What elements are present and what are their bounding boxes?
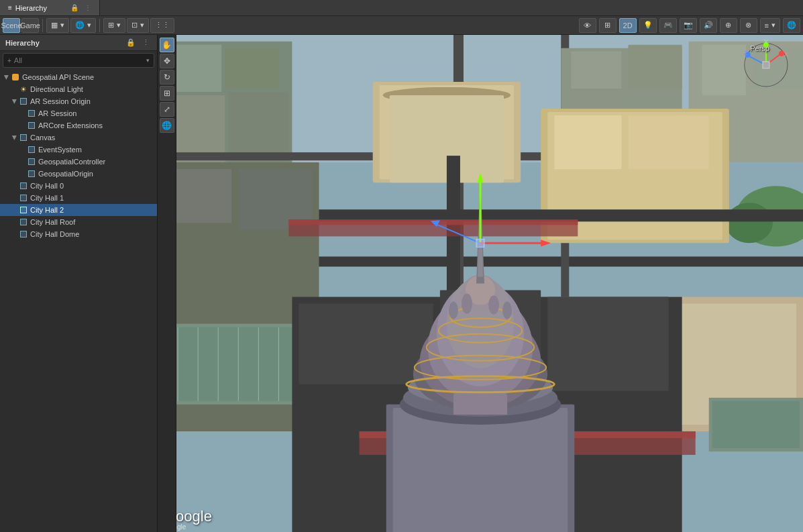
globe-arrow: ▾ [87, 21, 91, 30]
tree-arrow-ar-origin: ▶ [11, 97, 19, 105]
hierarchy-more-btn[interactable]: ⋮ [140, 38, 152, 48]
tree-label-city-hall-roof: City Hall Roof [30, 218, 75, 226]
pivot-arrow: ▾ [140, 21, 144, 30]
svg-rect-95 [763, 62, 769, 68]
draw-mode-dropdown[interactable]: ▦ ▾ [46, 18, 69, 33]
transform-dropdown[interactable]: ⊞ ▾ [103, 18, 125, 33]
tree-label-canvas: Canvas [30, 134, 55, 142]
tree-label-geospatial-origin: GeospatialOrigin [38, 170, 93, 178]
geo-controller-icon [27, 157, 36, 166]
light-btn[interactable]: 💡 [639, 18, 657, 33]
hand-tool-btn[interactable]: ✋ [160, 38, 174, 52]
pivot-icon: ⊡ [131, 21, 138, 30]
resolution-arrow: ▾ [771, 21, 775, 30]
svg-rect-15 [702, 45, 746, 95]
geo-origin-icon [27, 169, 36, 178]
effects-btn[interactable]: 📷 [680, 18, 697, 33]
scene-toolbar: Scene Game ▦ ▾ 🌐 ▾ ⊞ ▾ ⊡ ▾ ⋮⋮ 👁 [0, 16, 803, 35]
grid-btn[interactable]: ⊞ [599, 18, 617, 33]
tree-item-ar-session[interactable]: ▶ AR Session [0, 107, 157, 119]
tree-item-geospatial-controller[interactable]: ▶ GeospatialController [0, 156, 157, 168]
transform-group: ⊞ ▾ ⊡ ▾ ⋮⋮ [103, 18, 174, 33]
hidden-btn[interactable]: 🔊 [700, 18, 717, 33]
svg-rect-48 [712, 401, 800, 448]
tree-arrow-scene: ▶ [3, 73, 11, 81]
search-dropdown-icon: ▾ [146, 57, 150, 64]
move-tool-btn[interactable]: ✥ [160, 54, 174, 68]
hierarchy-lock-icon: 🔒 [70, 4, 78, 11]
scene-background-svg: X Y Z [158, 35, 803, 532]
svg-point-90 [779, 51, 784, 56]
tree-item-city-hall-roof[interactable]: ▶ City Hall Roof [0, 216, 157, 228]
eye-icon-btn[interactable]: 👁 [579, 18, 596, 33]
svg-point-77 [462, 294, 472, 314]
tree-label-ar-session-origin: AR Session Origin [30, 97, 91, 105]
tree-item-ar-session-origin[interactable]: ▶ AR Session Origin [0, 95, 157, 107]
hierarchy-search-bar: + ▾ [3, 53, 154, 68]
tree-label-directional-light: Directional Light [30, 85, 83, 93]
tab-hierarchy[interactable]: ≡ Hierarchy 🔒 ⋮ [0, 0, 100, 15]
tree-item-geospatial-origin[interactable]: ▶ GeospatialOrigin [0, 168, 157, 180]
hierarchy-icon: ≡ [8, 4, 12, 11]
transform-icon: ⊞ [108, 21, 114, 30]
tree-item-canvas[interactable]: ▶ Canvas [0, 131, 157, 144]
global-tool-btn[interactable]: 🌐 [160, 118, 174, 133]
arcore-icon [27, 121, 36, 130]
tree-item-city-hall-2[interactable]: ▶ City Hall 2 [0, 204, 157, 216]
city-hall-2-icon [19, 205, 28, 215]
tree-label-city-hall-1: City Hall 1 [30, 194, 64, 202]
directional-light-icon: ☀ [19, 85, 28, 94]
tree-label-geospatial-controller: GeospatialController [38, 158, 105, 166]
hierarchy-lock-btn[interactable]: 🔒 [124, 38, 138, 48]
persp-label: Persp [750, 44, 769, 52]
audio-btn[interactable]: 🎮 [659, 18, 677, 33]
tree-item-arcore-extensions[interactable]: ▶ ARCore Extensions [0, 119, 157, 131]
snap-dropdown[interactable]: ⋮⋮ [150, 18, 174, 33]
hierarchy-header: Hierarchy 🔒 ⋮ [0, 35, 157, 51]
tree-label-geospatial-api-scene: Geospatial API Scene [22, 73, 94, 81]
view-mode-group: ▦ ▾ 🌐 ▾ [46, 18, 96, 33]
svg-rect-72 [453, 394, 507, 415]
tree-item-directional-light[interactable]: ▶ ☀ Directional Light [0, 83, 157, 95]
tab-game[interactable]: Game [21, 18, 39, 33]
svg-text:Z: Z [744, 50, 748, 56]
scene-view[interactable]: ✋ ✥ ↻ ⊞ ⤢ 🌐 [158, 35, 803, 532]
svg-rect-13 [571, 52, 621, 89]
top-tab-bar: ≡ Hierarchy 🔒 ⋮ [0, 0, 803, 16]
draw-mode-icon: ▦ [51, 21, 58, 30]
transform-arrow: ▾ [117, 21, 121, 30]
pivot-dropdown[interactable]: ⊡ ▾ [127, 18, 149, 33]
tree-item-event-system[interactable]: ▶ EventSystem [0, 144, 157, 156]
svg-text:X: X [784, 51, 788, 58]
rect-tool-btn[interactable]: ⤢ [160, 102, 174, 117]
main-area: Hierarchy 🔒 ⋮ + ▾ ▶ Geospatial API Scene… [0, 35, 803, 532]
svg-point-18 [726, 203, 773, 243]
tree-label-city-hall-dome: City Hall Dome [30, 230, 79, 238]
scale-tool-btn[interactable]: ⊞ [160, 86, 174, 101]
tree-item-city-hall-dome[interactable]: ▶ City Hall Dome [0, 228, 157, 240]
search-input[interactable] [14, 56, 144, 64]
tree-label-city-hall-2: City Hall 2 [30, 206, 64, 214]
globe-icon: 🌐 [75, 21, 85, 30]
toolbar-sep-1 [42, 19, 43, 32]
tree-item-city-hall-1[interactable]: ▶ City Hall 1 [0, 192, 157, 204]
tree-label-event-system: EventSystem [38, 146, 82, 154]
render-mode-dropdown[interactable]: 🌐 ▾ [70, 18, 96, 33]
hierarchy-panel: Hierarchy 🔒 ⋮ + ▾ ▶ Geospatial API Scene… [0, 35, 158, 532]
svg-rect-6 [228, 92, 288, 162]
svg-rect-87 [476, 239, 484, 247]
resolution-dropdown[interactable]: ≡ ▾ [760, 18, 780, 33]
rotate-tool-btn[interactable]: ↻ [160, 70, 174, 85]
tree-label-city-hall-0: City Hall 0 [30, 182, 64, 190]
tree-item-geospatial-api-scene[interactable]: ▶ Geospatial API Scene [0, 71, 157, 83]
global-btn[interactable]: 🌐 [783, 18, 800, 33]
scene-tools-panel: ✋ ✥ ↻ ⊞ ⤢ 🌐 [158, 35, 176, 532]
btn-2d[interactable]: 2D [619, 18, 637, 33]
overlay-btn[interactable]: ⊗ [740, 18, 757, 33]
tab-scene[interactable]: Scene [3, 18, 20, 33]
fx-btn[interactable]: ⊕ [720, 18, 737, 33]
toolbar-right-group: 👁 ⊞ 2D 💡 🎮 📷 🔊 ⊕ ⊗ ≡ ▾ 🌐 [579, 18, 800, 33]
tree-label-ar-session: AR Session [38, 109, 76, 117]
tree-item-city-hall-0[interactable]: ▶ City Hall 0 [0, 180, 157, 192]
view-tabs-group: Scene Game [3, 18, 39, 33]
